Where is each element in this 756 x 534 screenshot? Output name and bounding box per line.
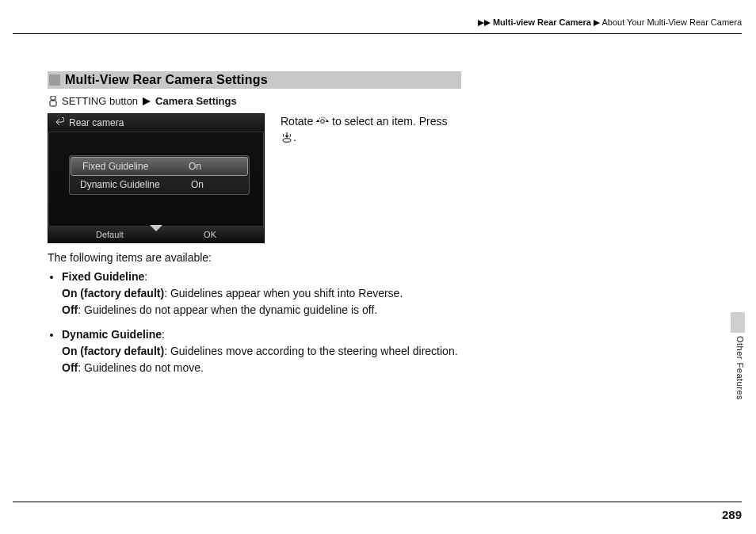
breadcrumb-level1: Multi-view Rear Camera xyxy=(493,17,591,27)
square-bullet-icon xyxy=(49,74,60,86)
item-off-label: Off xyxy=(62,303,78,316)
menu-path-pre: SETTING button xyxy=(62,95,138,107)
page-number: 289 xyxy=(722,508,742,521)
item-off-label: Off xyxy=(62,361,78,374)
side-section-label: Other Features xyxy=(735,336,745,400)
menu-path: SETTING button Camera Settings xyxy=(48,95,697,107)
triangle-icon xyxy=(478,20,484,26)
menu-path-post: Camera Settings xyxy=(155,95,237,107)
instruction-pre: Rotate xyxy=(281,115,313,128)
instruction-post: . xyxy=(293,131,296,143)
list-item-label: Dynamic Guideline xyxy=(80,179,191,190)
triangle-icon xyxy=(141,96,152,107)
return-icon xyxy=(55,117,64,129)
available-intro: The following items are available: xyxy=(48,251,697,264)
svg-marker-6 xyxy=(150,225,162,231)
svg-marker-2 xyxy=(594,20,600,26)
svg-marker-9 xyxy=(326,120,329,122)
triangle-icon xyxy=(594,20,600,26)
item-on-label: On (factory default) xyxy=(62,287,164,299)
footer-right-button: OK xyxy=(204,230,216,239)
divider xyxy=(13,33,742,34)
chevron-down-icon xyxy=(150,225,162,235)
svg-marker-11 xyxy=(285,135,289,138)
instruction-mid: to select an item. Press xyxy=(332,115,448,128)
footer-left-button: Default xyxy=(96,230,124,239)
breadcrumb-level2: About Your Multi-View Rear Camera xyxy=(602,17,743,27)
list-item: Dynamic Guideline On xyxy=(69,176,250,193)
setting-button-icon xyxy=(48,96,59,107)
divider xyxy=(13,502,742,502)
item-on-label: On (factory default) xyxy=(62,345,164,357)
svg-rect-4 xyxy=(50,101,56,106)
item-on-text: : Guidelines appear when you shift into … xyxy=(164,287,403,299)
instruction-text: Rotate to select an item. Press xyxy=(281,113,463,146)
list-item: Fixed Guideline On xyxy=(71,157,248,176)
screenshot-title: Rear camera xyxy=(69,117,124,128)
item-name: Dynamic Guideline xyxy=(62,328,162,341)
svg-point-7 xyxy=(321,120,325,124)
rotate-knob-icon xyxy=(316,116,329,127)
svg-marker-0 xyxy=(478,20,484,26)
triangle-icon xyxy=(484,20,491,26)
settings-item: Dynamic Guideline: On (factory default):… xyxy=(62,326,697,376)
infotainment-screenshot: Rear camera Fixed Guideline On Dynamic G… xyxy=(48,113,265,243)
svg-point-10 xyxy=(283,139,291,142)
list-item-label: Fixed Guideline xyxy=(82,161,189,172)
svg-marker-1 xyxy=(484,20,491,26)
section-heading: Multi-View Rear Camera Settings xyxy=(48,71,461,89)
section-tab-marker xyxy=(731,312,745,333)
item-off-text: : Guidelines do not move. xyxy=(78,361,204,374)
settings-item: Fixed Guideline: On (factory default): G… xyxy=(62,269,697,318)
item-off-text: : Guidelines do not appear when the dyna… xyxy=(78,303,377,316)
svg-marker-5 xyxy=(143,97,151,105)
breadcrumb: Multi-view Rear Camera About Your Multi-… xyxy=(478,17,742,27)
svg-rect-3 xyxy=(51,96,55,100)
press-knob-icon xyxy=(281,132,293,143)
item-on-text: : Guidelines move according to the steer… xyxy=(164,345,457,357)
section-title-text: Multi-View Rear Camera Settings xyxy=(65,73,268,87)
settings-item-list: Fixed Guideline: On (factory default): G… xyxy=(48,269,697,376)
item-name: Fixed Guideline xyxy=(62,270,144,283)
list-item-value: On xyxy=(191,179,239,190)
list-item-value: On xyxy=(189,161,236,172)
